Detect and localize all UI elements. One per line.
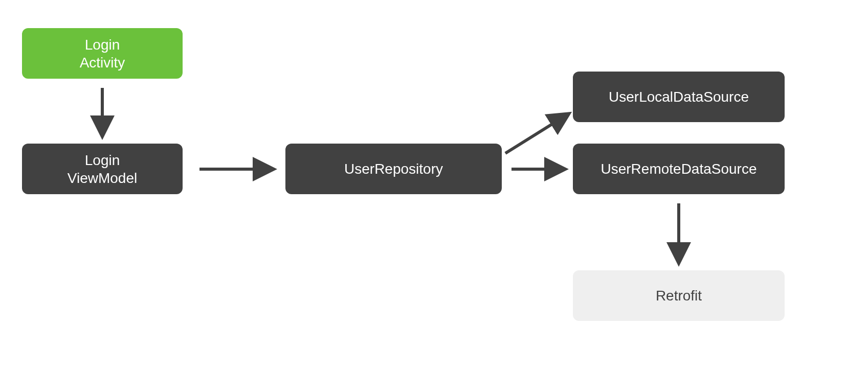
arrow-repository-to-local	[505, 115, 567, 153]
node-label: Retrofit	[656, 287, 702, 305]
node-retrofit: Retrofit	[573, 270, 785, 321]
node-label: Login Activity	[80, 36, 125, 72]
node-label: UserRemoteDataSource	[600, 160, 756, 178]
node-login-activity: Login Activity	[22, 28, 183, 79]
node-label: UserRepository	[344, 160, 443, 178]
node-user-repository: UserRepository	[285, 144, 502, 194]
node-login-viewmodel: Login ViewModel	[22, 144, 183, 194]
node-label: UserLocalDataSource	[609, 88, 749, 106]
diagram-canvas: Login Activity Login ViewModel UserRepos…	[0, 0, 868, 372]
node-user-remote-data-source: UserRemoteDataSource	[573, 144, 785, 194]
node-user-local-data-source: UserLocalDataSource	[573, 72, 785, 122]
node-label: Login ViewModel	[68, 151, 137, 187]
